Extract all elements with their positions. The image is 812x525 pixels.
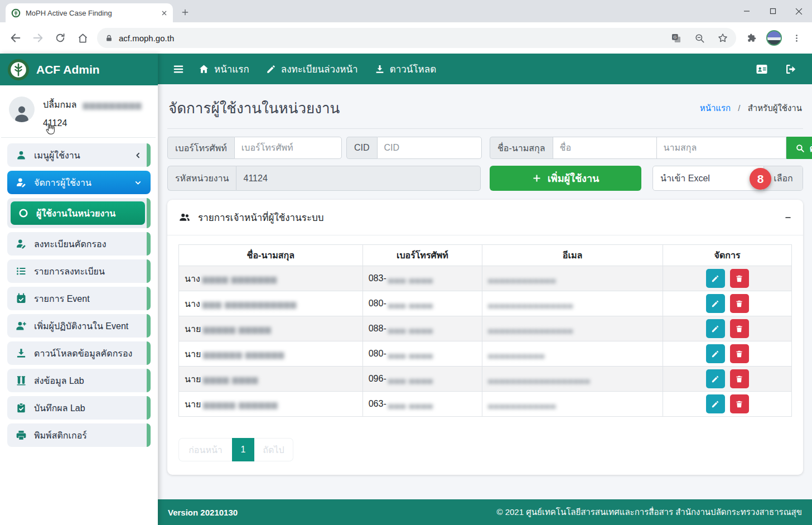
name-blurred: ▆▆▆ ▆▆▆▆▆▆▆▆▆▆▆ [202, 300, 297, 309]
sidebar-brand: ACF Admin [0, 54, 158, 85]
moph-logo [7, 59, 30, 81]
org-code-label: รหัสหน่วยงาน [167, 166, 236, 191]
name-blurred: ▆▆▆▆▆ ▆▆▆▆▆ [203, 325, 272, 334]
sidebar-item-label: บันทึกผล Lab [34, 401, 85, 415]
delete-user-button[interactable] [730, 294, 749, 313]
edit-user-button[interactable] [706, 319, 725, 338]
name-prefix: นาย [185, 374, 201, 384]
user-avatar [9, 97, 35, 122]
email-blurred: ▄▄▄▄▄▄▄▄▄▄▄▄▄▄▄ [488, 300, 573, 308]
last-name-input[interactable] [657, 137, 786, 159]
pagination-previous-button[interactable]: ก่อนหน้า [178, 438, 232, 461]
page-content: จัดการผู้ใช้งานในหน่วยงาน หน้าแรก / สำหร… [158, 84, 812, 499]
excel-import-label: นำเข้า Excel [653, 171, 763, 185]
clipboard-check-icon [16, 402, 27, 413]
sidebar-item-label: รายการ Event [34, 292, 90, 306]
breadcrumb-current: สำหรับผู้ใช้งาน [748, 103, 802, 113]
search-button[interactable]: ค้นหา [786, 137, 812, 159]
first-name-input[interactable] [553, 137, 657, 159]
sidebar-item-record-lab[interactable]: บันทึกผล Lab [7, 396, 151, 420]
navbar-download-link[interactable]: ดาวน์โหลด [366, 54, 445, 84]
translate-icon[interactable]: G [667, 29, 685, 47]
table-row: นาง▆▆▆ ▆▆▆▆▆▆▆▆▆▆▆ 080-▄▄▄ ▄▄▄▄ ▄▄▄▄▄▄▄▄… [179, 291, 792, 316]
name-filter-label: ชื่อ-นามสกุล [490, 137, 553, 159]
sidebar-item-manage-users[interactable]: จัดการผู้ใช้งาน [7, 171, 151, 194]
name-blurred: ▆▆▆▆▆▆ ▆▆▆▆▆▆ [203, 350, 284, 359]
tab-title: MoPH Active Case Finding [26, 9, 156, 17]
phone-blurred: ▄▄▄ ▄▄▄▄ [388, 374, 433, 383]
window-close-button[interactable] [786, 0, 812, 22]
window-minimize-button[interactable] [733, 0, 760, 22]
sidebar-item-download-screening[interactable]: ดาวน์โหลดข้อมูลคัดกรอง [7, 341, 151, 365]
sidebar-item-unit-users[interactable]: ผู้ใช้งานในหน่วยงาน [11, 201, 145, 225]
list-icon [16, 266, 27, 277]
collapse-minus-icon[interactable] [784, 214, 792, 221]
address-bar[interactable]: acf.moph.go.th G [97, 28, 736, 48]
name-blurred: ▆▆▆▆▆ ▆▆▆▆▆▆ [203, 400, 278, 409]
forward-button[interactable] [27, 27, 49, 49]
delete-user-button[interactable] [730, 344, 749, 363]
vials-icon [16, 375, 27, 386]
browser-tab[interactable]: MoPH Active Case Finding [6, 3, 173, 22]
users-card: รายการเจ้าหน้าที่ผู้ใช้งานระบบ ชื่อ-นามส… [167, 200, 803, 475]
sidebar-toggle-button[interactable] [167, 57, 190, 81]
tab-close-icon[interactable] [161, 10, 167, 16]
pagination-current-page[interactable]: 1 [232, 438, 254, 461]
reload-button[interactable] [49, 27, 71, 49]
sidebar-item-register-screening[interactable]: ลงทะเบียนคัดกรอง [7, 232, 151, 256]
email-blurred: ▄▄▄▄▄▄▄▄▄▄ [488, 350, 545, 358]
edit-user-button[interactable] [706, 294, 725, 313]
breadcrumb-home-link[interactable]: หน้าแรก [700, 103, 731, 113]
home-icon [199, 64, 209, 74]
delete-user-button[interactable] [730, 394, 749, 413]
email-blurred: ▄▄▄▄▄▄▄▄▄▄▄▄▄▄▄▄▄▄ [488, 375, 591, 383]
sidebar-item-send-lab[interactable]: ส่งข้อมูล Lab [7, 369, 151, 392]
sidebar-item-event-list[interactable]: รายการ Event [7, 287, 151, 310]
sidebar-item-registration-list[interactable]: รายการลงทะเบียน [7, 259, 151, 283]
edit-user-button[interactable] [706, 394, 725, 413]
edit-user-button[interactable] [706, 269, 725, 288]
navbar-home-link[interactable]: หน้าแรก [190, 54, 258, 84]
add-user-button[interactable]: เพิ่มผู้ใช้งาน [490, 166, 641, 191]
window-titlebar: MoPH Active Case Finding [0, 0, 812, 22]
user-panel[interactable]: ปลื้มกมล ▆▆▆▆▆▆▆▆▆ 41124 [1, 85, 156, 138]
back-button[interactable] [4, 27, 27, 49]
tab-favicon [11, 8, 21, 18]
browser-profile-avatar[interactable] [766, 30, 782, 46]
delete-user-button[interactable] [730, 319, 749, 338]
window-maximize-button[interactable] [760, 0, 786, 22]
phone-blurred: ▄▄▄ ▄▄▄▄ [388, 274, 433, 283]
bookmark-star-icon[interactable] [714, 29, 732, 47]
extensions-puzzle-icon[interactable] [741, 27, 763, 49]
home-button[interactable] [71, 27, 94, 49]
email-blurred: ▄▄▄▄▄▄▄▄▄▄▄▄ [488, 400, 557, 408]
sign-out-icon[interactable] [784, 62, 798, 76]
phone-filter-input[interactable] [234, 137, 342, 159]
phone-filter-label: เบอร์โทรศัพท์ [167, 137, 234, 159]
sidebar-item-add-event-staff[interactable]: เพิ่มผู้ปฏิบัติงานใน Event [7, 314, 151, 338]
name-prefix: นาย [185, 349, 201, 359]
delete-user-button[interactable] [730, 269, 749, 288]
edit-user-button[interactable] [706, 369, 725, 388]
pagination: ก่อนหน้า 1 ถัดไป [178, 438, 293, 461]
edit-user-button[interactable] [706, 344, 725, 363]
id-card-icon[interactable] [755, 62, 768, 76]
sidebar-item-user-menu[interactable]: เมนูผู้ใช้งาน [7, 143, 151, 167]
excel-import-file-input[interactable]: นำเข้า Excel 8 เลือก [652, 166, 803, 191]
sidebar-nav: เมนูผู้ใช้งาน จัดการผู้ใช้งาน [0, 143, 158, 525]
navbar-preregister-link[interactable]: ลงทะเบียนล่วงหน้า [258, 54, 366, 84]
browser-toolbar: acf.moph.go.th G [0, 22, 812, 54]
sidebar-item-print-sticker[interactable]: พิมพ์สติกเกอร์ [7, 423, 151, 447]
pagination-next-button[interactable]: ถัดไป [254, 438, 293, 461]
cid-filter-input[interactable] [377, 137, 482, 159]
column-header-phone: เบอร์โทรศัพท์ [362, 245, 482, 266]
new-tab-button[interactable] [177, 4, 193, 20]
top-navbar: หน้าแรก ลงทะเบียนล่วงหน้า ดาวน์โหลด [158, 54, 812, 84]
tutorial-step-badge: 8 [750, 168, 771, 190]
user-org-code: 41124 [43, 118, 142, 128]
zoom-out-icon[interactable] [690, 29, 708, 47]
delete-user-button[interactable] [730, 369, 749, 388]
browser-menu-kebab-icon[interactable] [785, 27, 808, 49]
navbar-home-label: หน้าแรก [214, 61, 249, 76]
phone-prefix: 080- [369, 298, 386, 308]
